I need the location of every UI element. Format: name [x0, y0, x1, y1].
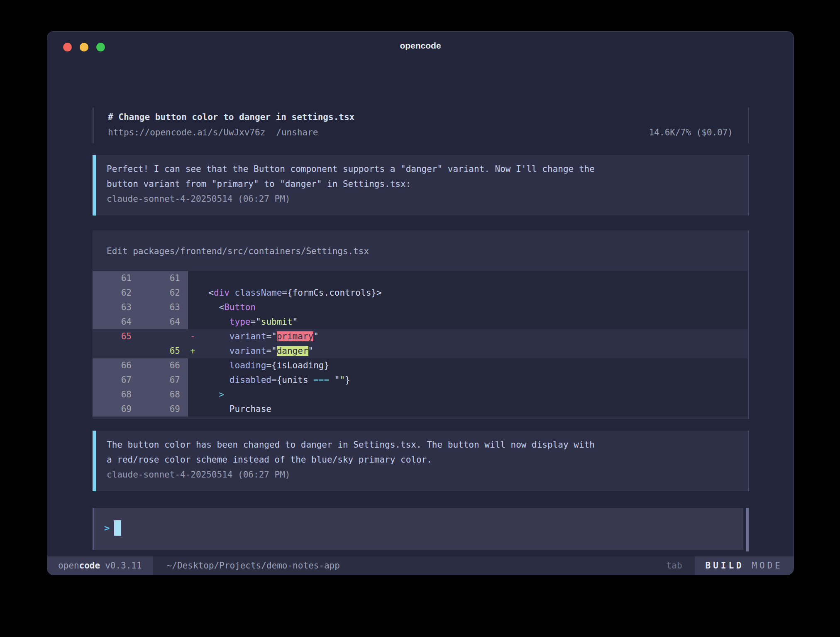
diff-old-line-number [93, 344, 140, 358]
diff-old-line-number: 68 [93, 387, 140, 402]
prompt-input[interactable]: > [93, 508, 743, 550]
input-scrollbar[interactable] [746, 508, 749, 551]
diff-new-line-number: 68 [140, 387, 188, 402]
session-content: # Change button color to danger in setti… [93, 56, 749, 566]
diff-old-line-number: 65 [93, 329, 140, 344]
session-title: # Change button color to danger in setti… [108, 109, 733, 125]
diff-code-line: Purchase [198, 402, 748, 416]
diff-new-line-number: 66 [140, 358, 188, 373]
app-name-open: open [58, 561, 79, 571]
diff-old-line-number: 62 [93, 286, 140, 300]
app-name-code: code [79, 561, 100, 571]
opencode-window: opencode # Change button color to danger… [47, 31, 794, 575]
edit-tool-title: Edit packages/frontend/src/containers/Se… [93, 244, 748, 259]
diff-old-line-number: 63 [93, 300, 140, 315]
diff-new-line-number: 64 [140, 315, 188, 329]
diff-old-line-number: 64 [93, 315, 140, 329]
diff-new-line-number: 62 [140, 286, 188, 300]
title-bar: opencode [47, 32, 794, 56]
edit-tool-panel: Edit packages/frontend/src/containers/Se… [93, 230, 749, 419]
assistant-message-text: Perfect! I can see that the Button compo… [107, 162, 733, 191]
diff-old-line-number: 66 [93, 358, 140, 373]
diff-new-line-number: 61 [140, 271, 188, 286]
working-directory: ~/Desktop/Projects/demo-notes-app [167, 556, 667, 575]
diff-code-line: type="submit" [198, 315, 748, 329]
diff-row: 65- variant="primary" [93, 329, 748, 344]
mode-primary: BUILD [706, 561, 744, 571]
diff-row: 65+ variant="danger" [93, 344, 748, 358]
diff-change-sign: + [188, 344, 198, 358]
diff-code-line [198, 271, 748, 286]
app-version: v0.3.11 [105, 561, 142, 571]
diff-change-sign [188, 271, 198, 286]
diff-new-line-number [140, 329, 188, 344]
diff-view: 61616262 <div className={formCs.controls… [93, 271, 748, 416]
diff-row: 6666 loading={isLoading} [93, 358, 748, 373]
diff-old-line-number: 69 [93, 402, 140, 416]
unshare-command[interactable]: /unshare [276, 127, 318, 137]
diff-new-line-number: 67 [140, 373, 188, 387]
diff-change-sign [188, 402, 198, 416]
assistant-message-2: The button color has been changed to dan… [93, 431, 749, 491]
diff-change-sign [188, 315, 198, 329]
assistant-message-meta: claude-sonnet-4-20250514 (06:27 PM) [107, 191, 733, 206]
diff-code-line: variant="primary" [198, 329, 748, 344]
assistant-message-text: The button color has been changed to dan… [107, 437, 733, 467]
diff-change-sign [188, 358, 198, 373]
assistant-message-meta: claude-sonnet-4-20250514 (06:27 PM) [107, 467, 733, 482]
token-usage-cost: 14.6K/7% ($0.07) [649, 125, 733, 140]
diff-new-line-number: 63 [140, 300, 188, 315]
diff-code-line: <div className={formCs.controls}> [198, 286, 748, 300]
mode-secondary: MODE [752, 561, 783, 571]
status-bar: opencodev0.3.11 ~/Desktop/Projects/demo-… [47, 556, 794, 575]
prompt-symbol: > [104, 523, 110, 533]
session-header: # Change button color to danger in setti… [93, 108, 749, 143]
diff-change-sign [188, 286, 198, 300]
app-version-chip: opencodev0.3.11 [47, 556, 153, 575]
diff-code-line: variant="danger" [198, 344, 748, 358]
tab-key-hint: tab [667, 556, 682, 575]
diff-change-sign [188, 373, 198, 387]
diff-row: 6868 > [93, 387, 748, 402]
diff-new-line-number: 65 [140, 344, 188, 358]
window-title: opencode [47, 41, 794, 51]
diff-change-sign: - [188, 329, 198, 344]
diff-row: 6262 <div className={formCs.controls}> [93, 286, 748, 300]
text-cursor [114, 520, 121, 536]
share-url-link[interactable]: https://opencode.ai/s/UwJxv76z [108, 127, 265, 137]
diff-old-line-number: 61 [93, 271, 140, 286]
diff-row: 6767 disabled={units === ""} [93, 373, 748, 387]
diff-row: 6464 type="submit" [93, 315, 748, 329]
diff-row: 6363 <Button [93, 300, 748, 315]
diff-code-line: <Button [198, 300, 748, 315]
diff-code-line: > [198, 387, 748, 402]
diff-new-line-number: 69 [140, 402, 188, 416]
diff-change-sign [188, 300, 198, 315]
diff-code-line: loading={isLoading} [198, 358, 748, 373]
diff-row: 6969 Purchase [93, 402, 748, 416]
diff-change-sign [188, 387, 198, 402]
diff-code-line: disabled={units === ""} [198, 373, 748, 387]
mode-badge: BUILD MODE [695, 556, 794, 575]
diff-row: 6161 [93, 271, 748, 286]
assistant-message-1: Perfect! I can see that the Button compo… [93, 155, 749, 216]
diff-old-line-number: 67 [93, 373, 140, 387]
